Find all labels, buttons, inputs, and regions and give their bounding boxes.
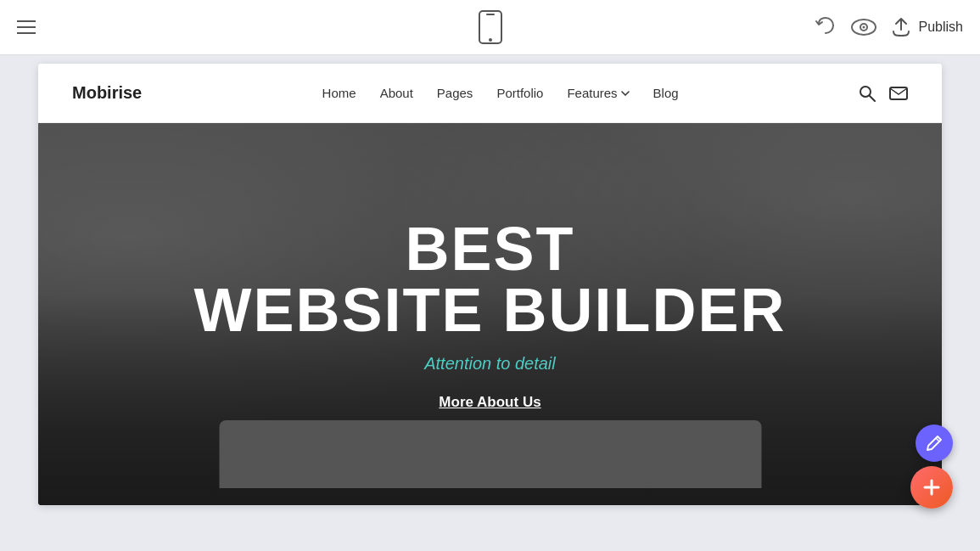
- phone-icon: [479, 10, 502, 44]
- toolbar-center: [479, 10, 502, 44]
- svg-point-5: [862, 26, 865, 29]
- mobile-preview-button[interactable]: [479, 10, 502, 44]
- hamburger-menu-button[interactable]: [17, 20, 36, 34]
- publish-button[interactable]: Publish: [890, 16, 963, 38]
- website-preview: Mobirise Home About Pages Portfolio Feat…: [38, 64, 942, 505]
- preview-button[interactable]: [851, 18, 876, 37]
- pencil-icon: [926, 435, 943, 452]
- hero-subtitle: Attention to detail: [193, 354, 786, 374]
- email-nav-button[interactable]: [889, 87, 908, 100]
- undo-button[interactable]: [814, 15, 837, 39]
- undo-icon: [814, 15, 837, 39]
- svg-point-6: [860, 87, 871, 97]
- svg-rect-8: [890, 87, 907, 99]
- hero-cta-button[interactable]: More About Us: [439, 394, 540, 411]
- nav-link-pages[interactable]: Pages: [437, 86, 473, 100]
- eye-icon: [851, 18, 876, 37]
- hero-section: BEST WEBSITE BUILDER Attention to detail…: [38, 123, 942, 505]
- nav-link-about[interactable]: About: [380, 86, 413, 100]
- floating-add-button[interactable]: [910, 466, 953, 509]
- email-nav-icon: [889, 87, 908, 100]
- nav-link-home[interactable]: Home: [322, 86, 356, 100]
- toolbar-left: [17, 20, 36, 34]
- toolbar: Publish: [0, 0, 980, 55]
- hero-content: BEST WEBSITE BUILDER Attention to detail…: [193, 218, 786, 411]
- site-navigation: Mobirise Home About Pages Portfolio Feat…: [38, 64, 942, 123]
- hero-title-line2: WEBSITE BUILDER: [193, 279, 786, 340]
- site-logo: Mobirise: [72, 83, 142, 103]
- nav-links: Home About Pages Portfolio Features Blog: [322, 86, 679, 100]
- hamburger-icon: [17, 20, 36, 34]
- publish-upload-icon: [890, 16, 912, 38]
- svg-line-7: [870, 96, 875, 101]
- canvas-area[interactable]: Mobirise Home About Pages Portfolio Feat…: [0, 55, 980, 551]
- search-nav-button[interactable]: [859, 85, 876, 102]
- toolbar-right: Publish: [814, 15, 963, 39]
- svg-point-1: [489, 38, 492, 42]
- hero-title-line1: BEST: [193, 218, 786, 279]
- nav-link-features[interactable]: Features: [567, 86, 629, 100]
- plus-icon: [921, 477, 942, 498]
- nav-icons: [859, 85, 908, 102]
- publish-label: Publish: [919, 20, 963, 35]
- dropdown-arrow-icon: [621, 91, 630, 96]
- nav-link-portfolio[interactable]: Portfolio: [496, 86, 543, 100]
- search-nav-icon: [859, 85, 876, 102]
- nav-link-blog[interactable]: Blog: [653, 86, 679, 100]
- floating-edit-button[interactable]: [916, 424, 953, 462]
